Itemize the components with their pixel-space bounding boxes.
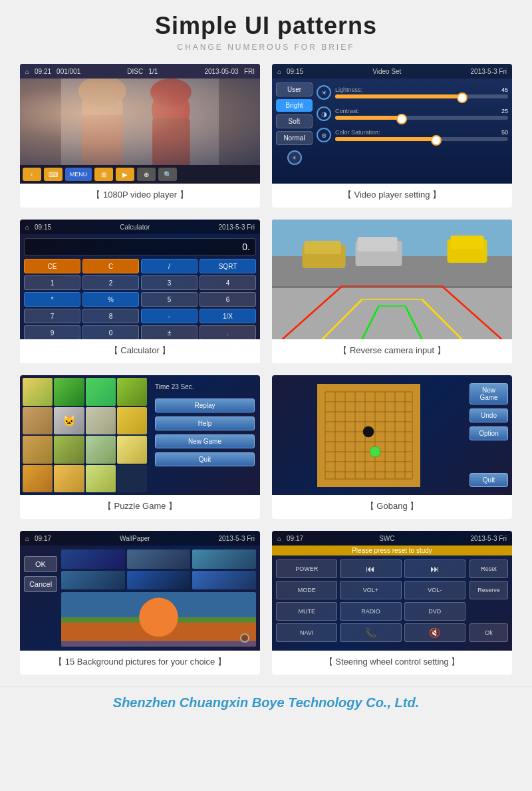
tile-7 — [86, 407, 116, 435]
mode-btn[interactable]: MODE — [276, 581, 337, 599]
lightness-value: 45 — [501, 86, 508, 94]
key-2[interactable]: 2 — [82, 275, 139, 290]
bright-btn[interactable]: Bright — [276, 99, 313, 112]
thumb-6[interactable] — [192, 571, 256, 590]
keyboard-button[interactable]: ⌨ — [44, 168, 63, 181]
home-icon-s3: ⌂ — [25, 224, 29, 231]
key-7[interactable]: 7 — [24, 309, 80, 323]
ok-button[interactable]: OK — [24, 556, 57, 572]
key-ce[interactable]: CE — [24, 259, 80, 273]
voldn-btn[interactable]: VOL- — [404, 581, 466, 599]
title-s8: SWC — [309, 535, 465, 542]
panel-video-set: ⌂ 09:15 Video Set 2013-5-3 Fri User Brig… — [272, 64, 512, 208]
time-s8: 09:17 — [287, 535, 303, 542]
radio-btn[interactable]: RADIO — [340, 602, 401, 621]
key-plusminus[interactable]: ± — [141, 325, 198, 339]
cancel-button[interactable]: Cancel — [24, 576, 57, 592]
screen-calculator: ⌂ 09:15 Calculator 2013-5-3 Fri 0. CE C … — [20, 220, 260, 339]
tile-10 — [54, 436, 84, 464]
key-dot[interactable]: . — [200, 325, 256, 339]
wallpaper-large-preview[interactable] — [61, 592, 256, 647]
key-4[interactable]: 4 — [200, 275, 256, 290]
gobang-controls: New Game Undo Option Quit — [466, 375, 512, 495]
saturation-icon: ⊛ — [317, 128, 331, 142]
contrast-icon: ◑ — [317, 106, 331, 121]
gobang-board[interactable] — [317, 384, 420, 487]
gobang-new-game-button[interactable]: New Game — [469, 383, 508, 404]
screen-wallpaper: ⌂ 09:17 WallPaper 2013-5-3 Fri OK Cancel — [20, 531, 260, 651]
reserve-btn[interactable]: Reserve — [469, 581, 508, 599]
thumb-3[interactable] — [192, 550, 256, 569]
new-game-button[interactable]: New Game — [155, 434, 255, 448]
gobang-option-button[interactable]: Option — [469, 426, 508, 440]
ok-swc-btn[interactable]: Ok — [469, 623, 508, 642]
soft-btn[interactable]: Soft — [276, 114, 313, 128]
videoset-sidebar: User Bright Soft Normal ☀ — [276, 82, 313, 180]
key-multiply[interactable]: * — [24, 292, 80, 307]
user-btn[interactable]: User — [276, 82, 313, 96]
key-6[interactable]: 6 — [200, 292, 256, 307]
next-btn[interactable]: ⏭ — [404, 559, 466, 578]
key-8[interactable]: 8 — [82, 309, 139, 323]
home-icon-s2: ⌂ — [277, 68, 281, 75]
panel-puzzle: 🐱 Time 23 Sec. Replay Help — [20, 375, 260, 519]
key-reciprocal[interactable]: 1/X — [200, 309, 256, 323]
key-1[interactable]: 1 — [24, 275, 80, 290]
mute-btn[interactable]: MUTE — [276, 602, 337, 621]
gobang-board-area — [272, 375, 466, 495]
menu-button[interactable]: MENU — [65, 168, 92, 181]
lightness-icon: ☀ — [317, 85, 331, 100]
puzzle-grid: 🐱 — [20, 375, 150, 495]
thumb-2[interactable] — [127, 550, 191, 569]
replay-button[interactable]: Replay — [155, 398, 255, 412]
wallpaper-body: OK Cancel — [20, 546, 260, 651]
tile-2 — [54, 378, 84, 406]
search-button[interactable]: 🔍 — [158, 168, 177, 181]
prev-btn[interactable]: ⏮ — [340, 559, 401, 578]
title-s3: Calculator — [57, 224, 213, 231]
screen-reverse-camera — [272, 220, 512, 339]
saturation-slider[interactable] — [335, 137, 508, 141]
mute2-btn[interactable]: 🔇 — [404, 623, 466, 642]
gobang-quit-button[interactable]: Quit — [469, 473, 508, 487]
thumb-1[interactable] — [61, 550, 125, 569]
thumb-5[interactable] — [127, 571, 191, 590]
screen-video-player: ⌂ 09:21 001/001 DISC 1/1 2013-05-03 FRI — [20, 64, 260, 184]
gobang-undo-button[interactable]: Undo — [469, 408, 508, 422]
normal-btn[interactable]: Normal — [276, 131, 313, 145]
help-button[interactable]: Help — [155, 416, 255, 430]
thumb-4[interactable] — [61, 571, 125, 590]
lightness-fill — [335, 94, 465, 98]
time-display: 09:21 — [35, 68, 51, 75]
phone-btn[interactable]: 📞 — [340, 623, 401, 642]
saturation-slider-area: Color Saturation: 50 — [335, 129, 508, 141]
svg-rect-49 — [61, 641, 256, 647]
dvd-btn[interactable]: DVD — [404, 602, 466, 621]
key-minus[interactable]: - — [141, 309, 198, 323]
record-button[interactable]: ▶ — [116, 168, 134, 181]
grid-button[interactable]: ⊞ — [94, 168, 113, 181]
date-s7: 2013-5-3 Fri — [219, 535, 255, 542]
panel-swc: ⌂ 09:17 SWC 2013-5-3 Fri Please press re… — [272, 531, 512, 675]
key-c[interactable]: C — [82, 259, 139, 273]
key-9[interactable]: 9 — [24, 325, 80, 339]
key-3[interactable]: 3 — [141, 275, 198, 290]
caption-swc: 【 Steering wheel control setting 】 — [272, 651, 512, 675]
key-percent[interactable]: % — [82, 292, 139, 307]
key-sqrt[interactable]: SQRT — [200, 259, 256, 273]
back-button[interactable]: ‹ — [23, 168, 41, 181]
quit-button[interactable]: Quit — [155, 452, 255, 466]
home-icon: ⌂ — [25, 68, 29, 75]
contrast-slider[interactable] — [335, 116, 508, 120]
key-5[interactable]: 5 — [141, 292, 198, 307]
date-s2: 2013-5-3 Fri — [471, 68, 507, 75]
power-btn[interactable]: POWER — [276, 559, 337, 578]
key-slash[interactable]: / — [141, 259, 198, 273]
lightness-slider[interactable] — [335, 94, 508, 98]
reset-btn[interactable]: Reset — [469, 559, 508, 578]
add-button[interactable]: ⊕ — [137, 168, 156, 181]
volup-btn[interactable]: VOL+ — [340, 581, 401, 599]
brightness-icon: ☀ — [287, 150, 302, 165]
key-0[interactable]: 0 — [82, 325, 139, 339]
navi-btn[interactable]: NAVI — [276, 623, 337, 642]
